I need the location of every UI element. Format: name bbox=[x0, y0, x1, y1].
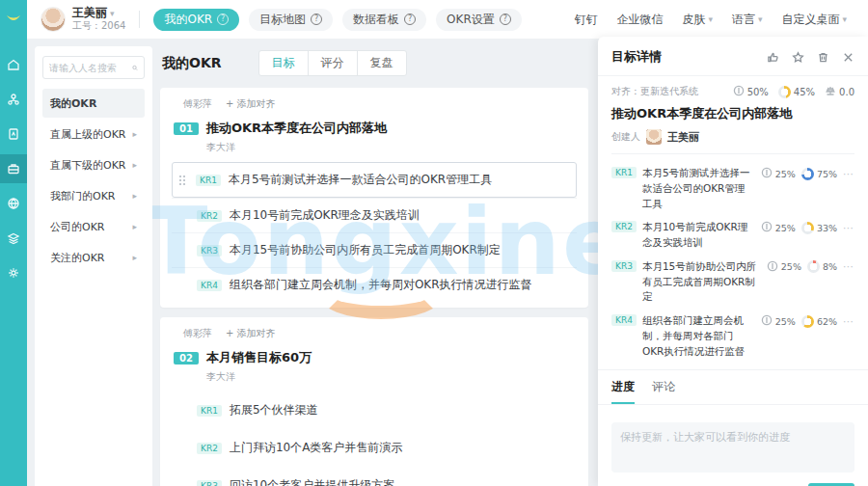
kr-row[interactable]: KR1 拓展5个伙伴渠道 bbox=[172, 392, 577, 429]
menu-wecom[interactable]: 企业微信 bbox=[616, 12, 663, 28]
kr-text[interactable]: 组织各部门建立周会机制，并每周对各部门OKR执行情况进行监督 bbox=[642, 313, 755, 359]
document-icon bbox=[7, 127, 20, 141]
kr-row[interactable]: KR2 本月10号前完成OKR理念及实践培训 bbox=[172, 198, 577, 232]
sidebar-item-subordinate-okr[interactable]: 直属下级的OKR▸ bbox=[42, 150, 145, 179]
kr-weight: 25% bbox=[761, 221, 796, 234]
sidebar-item-my-okr[interactable]: 我的OKR bbox=[42, 89, 145, 118]
kr-badge: KR3 bbox=[611, 260, 637, 272]
help-icon[interactable]: ? bbox=[311, 14, 322, 25]
weight-metric: 50% bbox=[733, 85, 769, 98]
rail-home[interactable] bbox=[0, 50, 27, 79]
kr-text[interactable]: 本月5号前测试并选择一款适合公司的OKR管理工具 bbox=[229, 172, 492, 188]
aligned-objective[interactable]: 对齐：更新迭代系统 bbox=[611, 85, 698, 98]
rail-okr-workbench[interactable] bbox=[0, 154, 27, 183]
nav-label: 我的OKR bbox=[164, 12, 212, 28]
tab-comments[interactable]: 评论 bbox=[652, 379, 675, 404]
kr-text[interactable]: 本月10号前完成OKR理念及实践培训 bbox=[642, 220, 755, 251]
objective-title[interactable]: 推动OKR本季度在公司内部落地 bbox=[206, 120, 387, 137]
tab-progress[interactable]: 进度 bbox=[611, 379, 635, 404]
kr-text[interactable]: 拓展5个伙伴渠道 bbox=[230, 402, 318, 418]
kr-row[interactable]: KR3 本月15号前协助公司内所有员工完成首周期OKR制定 bbox=[172, 232, 577, 267]
current-user[interactable]: 王美丽▾ 工号：2064 bbox=[41, 6, 125, 33]
page-title: 我的OKR bbox=[162, 55, 222, 72]
people-search[interactable] bbox=[42, 56, 145, 79]
user-id: 工号：2064 bbox=[72, 20, 125, 33]
more-icon[interactable]: ⋯ bbox=[843, 222, 854, 234]
objective-title[interactable]: 本月销售目标60万 bbox=[206, 349, 312, 366]
kr-row[interactable]: KR3 回访10个老客户并提供升级方案 bbox=[172, 467, 577, 486]
aligned-user[interactable]: 傅彩萍 bbox=[183, 327, 212, 340]
creator-label: 创建人 bbox=[611, 130, 640, 144]
rail-docs[interactable] bbox=[0, 120, 27, 148]
creator-name[interactable]: 王美丽 bbox=[667, 130, 699, 145]
kr-badge: KR4 bbox=[197, 280, 222, 291]
kr-row[interactable]: KR4 组织各部门建立周会机制，并每周对OKR执行情况进行监督 bbox=[172, 267, 577, 302]
tab-goals[interactable]: 目标 bbox=[259, 51, 309, 75]
trash-icon[interactable] bbox=[817, 51, 829, 64]
kr-row[interactable]: KR2 上门拜访10个A类客户并售前演示 bbox=[172, 429, 577, 467]
kr-weight: 25% bbox=[761, 167, 796, 180]
composer-input[interactable] bbox=[611, 422, 854, 472]
help-icon[interactable]: ? bbox=[500, 14, 511, 25]
menu-dingtalk[interactable]: 钉钉 bbox=[574, 12, 597, 28]
panel-kr-row[interactable]: KR3 本月15号前协助公司内所有员工完成首周期OKR制定 25% 8% ⋯ bbox=[611, 259, 854, 305]
rail-layers[interactable] bbox=[0, 224, 27, 253]
panel-kr-row[interactable]: KR2 本月10号前完成OKR理念及实践培训 25% 33% ⋯ bbox=[611, 220, 854, 251]
weight-icon bbox=[767, 260, 778, 274]
kr-text[interactable]: 本月10号前完成OKR理念及实践培训 bbox=[230, 207, 420, 224]
chevron-down-icon[interactable]: ▾ bbox=[110, 9, 115, 18]
menu-skin[interactable]: 皮肤▾ bbox=[682, 12, 713, 28]
help-icon[interactable]: ? bbox=[217, 14, 229, 25]
kr-text[interactable]: 本月5号前测试并选择一款适合公司的OKR管理工具 bbox=[642, 166, 755, 211]
kr-text[interactable]: 回访10个老客户并提供升级方案 bbox=[230, 477, 394, 486]
chevron-down-icon: ▾ bbox=[758, 14, 763, 24]
more-icon[interactable]: ⋯ bbox=[843, 168, 854, 180]
rail-globe[interactable] bbox=[0, 189, 27, 218]
panel-kr-row[interactable]: KR1 本月5号前测试并选择一款适合公司的OKR管理工具 25% 75% ⋯ bbox=[611, 166, 854, 211]
rail-org[interactable] bbox=[0, 85, 27, 114]
tab-scoring[interactable]: 评分 bbox=[309, 51, 358, 75]
kr-badge: KR4 bbox=[611, 314, 637, 326]
kr-progress: 75% bbox=[801, 168, 837, 180]
sidebar-item-followed-okr[interactable]: 关注的OKR▸ bbox=[42, 243, 145, 272]
progress-ring-icon bbox=[778, 86, 791, 98]
add-align-button[interactable]: + 添加对齐 bbox=[226, 97, 276, 111]
user-avatar[interactable] bbox=[41, 7, 66, 32]
weight-icon bbox=[761, 167, 773, 180]
sidebar-item-superior-okr[interactable]: 直属上级的OKR▸ bbox=[42, 120, 145, 148]
menu-language[interactable]: 语言▾ bbox=[732, 12, 763, 28]
search-input[interactable] bbox=[49, 63, 132, 73]
sidebar-item-company-okr[interactable]: 公司的OKR▸ bbox=[42, 212, 145, 241]
nav-okr-settings[interactable]: OKR设置? bbox=[436, 9, 522, 31]
menu-custom-desktop[interactable]: 自定义桌面▾ bbox=[781, 12, 847, 28]
kr-text[interactable]: 上门拜访10个A类客户并售前演示 bbox=[230, 440, 402, 456]
kr-text[interactable]: 本月15号前协助公司内所有员工完成首周期OKR制定 bbox=[230, 242, 501, 258]
more-icon[interactable]: ⋯ bbox=[843, 315, 854, 328]
nav-goal-map[interactable]: 目标地图? bbox=[249, 9, 333, 31]
kr-text[interactable]: 组织各部门建立周会机制，并每周对OKR执行情况进行监督 bbox=[230, 277, 532, 293]
nav-my-okr[interactable]: 我的OKR? bbox=[153, 9, 239, 31]
aligned-user[interactable]: 傅彩萍 bbox=[183, 97, 212, 111]
tab-review[interactable]: 复盘 bbox=[358, 51, 406, 75]
drag-handle-icon[interactable] bbox=[178, 176, 186, 185]
close-icon[interactable] bbox=[842, 51, 854, 64]
globe-icon bbox=[7, 197, 20, 210]
like-icon[interactable] bbox=[767, 51, 779, 64]
help-icon[interactable]: ? bbox=[404, 14, 416, 25]
app-logo[interactable] bbox=[0, 0, 27, 39]
nav-dashboard[interactable]: 数据看板? bbox=[342, 9, 426, 31]
kr-row[interactable]: KR1 本月5号前测试并选择一款适合公司的OKR管理工具 bbox=[172, 162, 577, 198]
star-icon[interactable] bbox=[792, 51, 804, 64]
weight-icon bbox=[761, 314, 773, 328]
rail-settings[interactable] bbox=[0, 258, 27, 287]
objective-index-badge: 02 bbox=[174, 352, 199, 364]
add-align-button[interactable]: + 添加对齐 bbox=[226, 327, 276, 340]
more-icon[interactable]: ⋯ bbox=[843, 260, 854, 273]
kr-text[interactable]: 本月15号前协助公司内所有员工完成首周期OKR制定 bbox=[642, 259, 761, 305]
panel-kr-list: KR1 本月5号前测试并选择一款适合公司的OKR管理工具 25% 75% ⋯ K… bbox=[598, 158, 868, 370]
sidebar-item-department-okr[interactable]: 我部门的OKR▸ bbox=[42, 181, 145, 210]
nav-label: OKR设置 bbox=[447, 12, 495, 28]
objective-owner: 李大洋 bbox=[172, 368, 577, 392]
panel-kr-row[interactable]: KR4 组织各部门建立周会机制，并每周对各部门OKR执行情况进行监督 25% 6… bbox=[611, 313, 854, 359]
objective-card: 傅彩萍 + 添加对齐 02 本月销售目标60万 李大洋 KR1 拓展5个伙伴渠道… bbox=[160, 317, 588, 486]
